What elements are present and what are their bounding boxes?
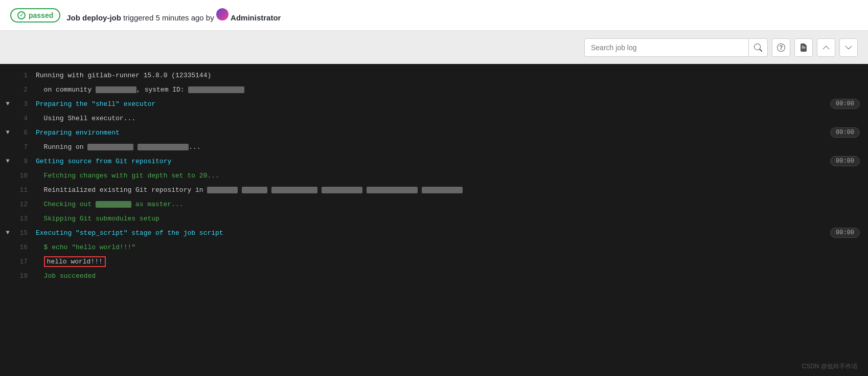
- line-content: Preparing the "shell" executor: [36, 100, 868, 108]
- redacted-text: [96, 86, 136, 93]
- line-time: 00:00: [830, 228, 860, 238]
- status-badge: ✓ passed: [10, 8, 60, 23]
- redacted-text: [138, 144, 189, 150]
- search-input[interactable]: [585, 43, 748, 52]
- line-number: 16: [15, 244, 36, 251]
- redacted-text: [207, 187, 238, 193]
- redacted-text: [422, 187, 463, 193]
- redacted-text: [96, 201, 131, 208]
- line-content: Using Shell executor...: [36, 115, 868, 122]
- line-number: 9: [15, 158, 36, 165]
- line-number: 11: [15, 186, 36, 194]
- search-container[interactable]: [584, 38, 768, 57]
- log-line: 11 Reinitialized existing Git repository…: [0, 183, 868, 197]
- line-number: 1: [15, 72, 36, 79]
- help-icon: [777, 43, 785, 52]
- status-label: passed: [29, 11, 53, 19]
- help-button[interactable]: [772, 38, 790, 57]
- line-number: 17: [15, 258, 36, 266]
- job-description: Job deploy-job triggered 5 minutes ago b…: [66, 8, 281, 22]
- toggle-9[interactable]: ▼: [0, 158, 15, 165]
- log-line: 13 Skipping Git submodules setup: [0, 211, 868, 226]
- toggle-3[interactable]: ▼: [0, 100, 15, 107]
- line-content: on community , system ID:: [36, 86, 868, 94]
- line-number: 4: [15, 115, 36, 122]
- redacted-text: [87, 144, 133, 150]
- log-line: ▼ 6 Preparing environment 00:00: [0, 125, 868, 140]
- chevron-down-icon: [844, 43, 853, 52]
- line-content: Getting source from Git repository: [36, 158, 868, 165]
- log-line: 17 hello world!!!: [0, 254, 868, 269]
- line-content: Preparing environment: [36, 129, 868, 137]
- line-number: 13: [15, 215, 36, 223]
- line-time: 00:00: [830, 156, 860, 166]
- line-number: 6: [15, 129, 36, 137]
- line-content: hello world!!!: [36, 258, 868, 266]
- check-icon: ✓: [17, 11, 26, 19]
- line-content: $ echo "hello world!!!": [36, 244, 868, 251]
- raw-log-button[interactable]: [794, 38, 813, 57]
- log-line: 4 Using Shell executor...: [0, 111, 868, 125]
- highlighted-output: hello world!!!: [44, 256, 106, 267]
- search-icon: [754, 43, 762, 52]
- log-line: 2 on community , system ID:: [0, 82, 868, 97]
- log-line: ▼ 15 Executing "step_script" stage of th…: [0, 226, 868, 240]
- job-name: Job deploy-job: [66, 13, 121, 22]
- line-content: Executing "step_script" stage of the job…: [36, 229, 868, 237]
- admin-name: Administrator: [231, 13, 281, 22]
- line-content: Running on ...: [36, 143, 868, 151]
- redacted-text: [367, 187, 418, 193]
- chevron-up-icon: [822, 43, 830, 52]
- line-content: Checking out as master...: [36, 201, 868, 208]
- redacted-text: [271, 187, 317, 193]
- log-line: ▼ 3 Preparing the "shell" executor 00:00: [0, 97, 868, 111]
- line-content: Skipping Git submodules setup: [36, 215, 868, 223]
- header-bar: ✓ passed Job deploy-job triggered 5 minu…: [0, 0, 868, 31]
- watermark: CSDN @低吟不作语: [802, 362, 858, 371]
- line-content: Reinitialized existing Git repository in: [36, 186, 868, 194]
- log-line: 10 Fetching changes with git depth set t…: [0, 168, 868, 183]
- line-number: 10: [15, 172, 36, 180]
- line-content: Running with gitlab-runner 15.8.0 (12335…: [36, 72, 868, 79]
- log-line: 12 Checking out as master...: [0, 197, 868, 211]
- search-button[interactable]: [748, 38, 767, 57]
- trigger-text: triggered 5 minutes ago by: [123, 13, 216, 22]
- redacted-text: [322, 187, 362, 193]
- log-line: 1 Running with gitlab-runner 15.8.0 (123…: [0, 68, 868, 82]
- line-number: 3: [15, 100, 36, 108]
- line-number: 7: [15, 143, 36, 151]
- line-number: 15: [15, 229, 36, 237]
- document-icon: [800, 43, 808, 52]
- log-line: 19 Job succeeded: [0, 269, 868, 283]
- toggle-15[interactable]: ▼: [0, 229, 15, 236]
- toggle-6[interactable]: ▼: [0, 129, 15, 136]
- scroll-up-button[interactable]: [817, 38, 835, 57]
- line-number: 19: [15, 272, 36, 280]
- toolbar: [0, 31, 868, 64]
- avatar: [216, 8, 229, 20]
- log-line: ▼ 9 Getting source from Git repository 0…: [0, 154, 868, 168]
- line-content: Job succeeded: [36, 272, 868, 280]
- line-time: 00:00: [830, 127, 860, 138]
- line-time: 00:00: [830, 99, 860, 109]
- redacted-text: [242, 187, 267, 193]
- log-line: 7 Running on ...: [0, 140, 868, 154]
- line-number: 2: [15, 86, 36, 94]
- log-line: 16 $ echo "hello world!!!": [0, 240, 868, 254]
- line-number: 12: [15, 201, 36, 208]
- line-content: Fetching changes with git depth set to 2…: [36, 172, 868, 180]
- scroll-down-button[interactable]: [839, 38, 858, 57]
- log-container: 1 Running with gitlab-runner 15.8.0 (123…: [0, 64, 868, 376]
- redacted-text: [188, 86, 244, 93]
